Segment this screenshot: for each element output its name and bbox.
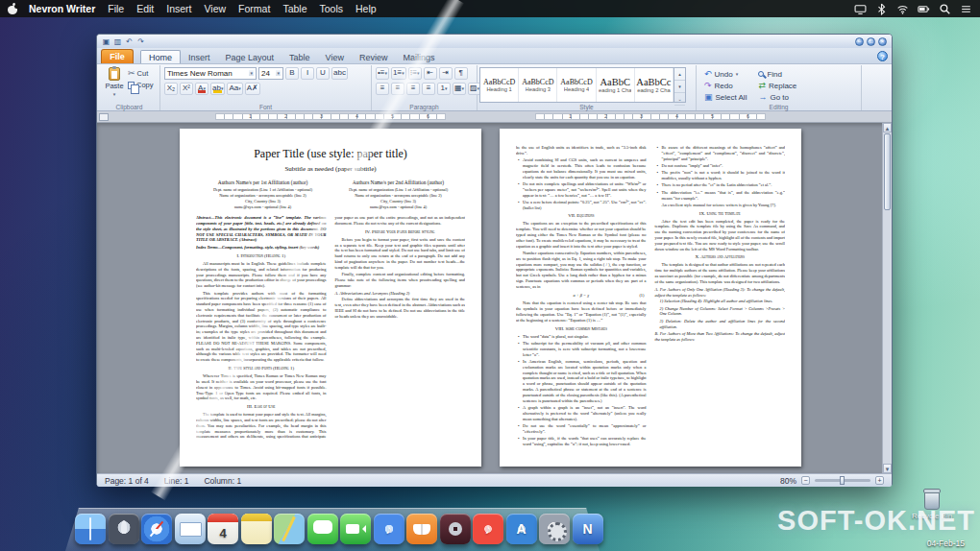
redo-button[interactable]: ↷Redo xyxy=(704,80,747,91)
goto-button[interactable]: →Go to xyxy=(758,91,796,103)
dvd-player-icon[interactable] xyxy=(440,514,471,544)
subsection-heading[interactable]: A. Abbreviations and Acronyms (Heading 2… xyxy=(335,291,466,297)
bullet-item[interactable]: Use a zero before decimal points: “0.25”… xyxy=(516,200,647,211)
font-size-select[interactable]: 24▾ xyxy=(258,67,283,80)
body-paragraph[interactable]: The template is designed so that author … xyxy=(655,262,786,284)
tab-table[interactable]: Table xyxy=(282,51,318,63)
zoom-slider-thumb[interactable] xyxy=(840,476,845,485)
messages-icon[interactable] xyxy=(307,514,338,544)
align-right-button[interactable]: ≡ xyxy=(406,83,420,95)
clear-formatting-button[interactable]: A✗ xyxy=(245,83,260,95)
launchpad-icon[interactable] xyxy=(109,514,139,544)
bullet-item[interactable]: Avoid combining SI and CGS units, such a… xyxy=(516,157,647,180)
equation[interactable]: α + β = χ(1) xyxy=(516,293,647,299)
style-heading-1[interactable]: AaBbCcDHeading 1 xyxy=(480,68,519,102)
body-paragraph[interactable]: Number equations consecutively. Equation… xyxy=(516,251,647,290)
multilevel-list-button[interactable]: ⁝≡▾ xyxy=(408,67,422,80)
music-icon[interactable]: ♪ xyxy=(473,514,503,544)
cut-button[interactable]: ✂ Cut xyxy=(128,68,154,79)
display-icon[interactable] xyxy=(854,3,867,15)
body-paragraph[interactable]: After the text edit has been completed, … xyxy=(655,219,786,252)
battery-icon[interactable] xyxy=(918,3,930,15)
body-paragraph[interactable]: All manuscripts must be in English. Thes… xyxy=(196,261,327,289)
menu-item-help[interactable]: Help xyxy=(355,3,377,14)
bullet-item[interactable]: The subscript for the permeability of va… xyxy=(516,341,647,357)
body-paragraph[interactable]: The equations are an exception to the pr… xyxy=(516,221,647,249)
menu-item-edit[interactable]: Edit xyxy=(136,3,154,14)
numbered-item[interactable]: 2) Change Number of Columns: Select Form… xyxy=(655,306,786,318)
quick-redo-icon[interactable]: ↷ xyxy=(136,37,145,46)
style-heading-4[interactable]: AaBbCcDHeading 4 xyxy=(557,68,596,102)
strikethrough-button[interactable]: abc xyxy=(331,67,348,80)
bullet-item[interactable]: The word “data” is plural, not singular. xyxy=(516,334,647,340)
tab-mailings[interactable]: Mailings xyxy=(395,51,442,63)
body-paragraph[interactable]: This template provides authors with most… xyxy=(196,291,327,364)
body-paragraph[interactable]: Wherever Times is specified, Times Roman… xyxy=(196,373,327,401)
bold-button[interactable]: B xyxy=(285,67,299,80)
bullet-item[interactable]: The prefix “non” is not a word; it shoul… xyxy=(655,170,786,181)
find-button[interactable]: Find xyxy=(758,68,796,80)
underline-button[interactable]: U xyxy=(316,67,330,80)
change-case-button[interactable]: Aa▾ xyxy=(227,83,242,95)
numbered-item[interactable]: 1) Selection (Heading 4): Highlight all … xyxy=(655,299,786,304)
finder-icon[interactable] xyxy=(75,514,106,544)
bullet-item[interactable]: Do not confuse “imply” and “infer”. xyxy=(655,163,786,169)
body-paragraph[interactable]: Define abbreviations and acronyms the fi… xyxy=(335,297,466,319)
zoom-in-button[interactable]: + xyxy=(875,476,884,485)
ibooks-icon[interactable] xyxy=(406,514,437,544)
highlight-button[interactable]: ab▾ xyxy=(210,83,225,95)
facetime-icon[interactable] xyxy=(340,514,371,544)
document-page-2[interactable]: be the use of English units as identifie… xyxy=(500,129,801,467)
wifi-icon[interactable] xyxy=(896,3,909,15)
scroll-down-icon[interactable]: ▼ xyxy=(883,464,892,473)
bullet-item[interactable]: A graph within a graph is an “inset”, no… xyxy=(516,405,647,421)
decrease-indent-button[interactable]: ⇤ xyxy=(424,67,437,80)
nevron-writer-icon[interactable]: N xyxy=(573,514,603,544)
quick-save-icon[interactable]: ▥ xyxy=(113,37,122,46)
calendar-icon[interactable]: 4 xyxy=(208,514,238,544)
scrollbar-thumb[interactable] xyxy=(884,133,891,210)
style-heading-3[interactable]: AaBbCcDHeading 3 xyxy=(519,68,557,102)
bullet-item[interactable]: Do not use the word “essentially” to mea… xyxy=(516,423,647,435)
zoom-out-button[interactable]: − xyxy=(801,476,810,485)
zoom-slider[interactable] xyxy=(815,479,870,482)
bullet-item[interactable]: The abbreviation “i.e.” means “that is”,… xyxy=(655,190,786,202)
style-eading-2-cha[interactable]: AaBbCceading 2 Cha xyxy=(635,68,674,102)
tab-view[interactable]: View xyxy=(318,51,352,63)
menu-item-insert[interactable]: Insert xyxy=(166,3,191,14)
author-block[interactable]: Authors Name/s per 2nd Affiliation (auth… xyxy=(335,180,461,210)
align-left-button[interactable]: ≡ xyxy=(376,83,389,95)
bullet-item[interactable]: In American English, commas, semicolons,… xyxy=(516,359,647,404)
menu-item-table[interactable]: Table xyxy=(282,3,306,14)
document-area[interactable]: Paper Title (use style: paper title) Sub… xyxy=(97,123,892,473)
bullets-button[interactable]: •≡▾ xyxy=(376,67,389,80)
tab-home[interactable]: Home xyxy=(140,50,181,63)
tab-review[interactable]: Review xyxy=(352,51,396,63)
font-family-select[interactable]: Times New Roman▾ xyxy=(164,67,257,80)
scroll-up-icon[interactable]: ▲ xyxy=(883,123,892,132)
bluetooth-icon[interactable] xyxy=(875,3,888,15)
font-color-button[interactable]: A▾ xyxy=(195,83,208,95)
tab-insert[interactable]: Insert xyxy=(181,51,218,63)
vertical-scrollbar[interactable]: ▲ ▼ xyxy=(882,123,892,473)
numbering-button[interactable]: 1≡▾ xyxy=(391,67,406,80)
style-eading-1-cha[interactable]: AaBbCeading 1 Cha xyxy=(597,68,635,102)
body-paragraph[interactable]: be the use of English units as identifie… xyxy=(516,145,647,156)
notification-icon[interactable] xyxy=(960,3,972,15)
quick-undo-icon[interactable]: ↶ xyxy=(125,37,134,46)
menu-item-tools[interactable]: Tools xyxy=(319,3,343,14)
notes-icon[interactable] xyxy=(241,514,272,544)
gallery-up-icon[interactable]: ▴ xyxy=(674,68,685,81)
paper-subtitle[interactable]: Subtitle as needed (paper subtitle) xyxy=(196,165,465,173)
menu-item-view[interactable]: View xyxy=(205,3,227,14)
ruler[interactable]: 123456123456 xyxy=(97,111,892,123)
file-button[interactable]: File xyxy=(101,49,134,63)
show-marks-button[interactable]: ¶ xyxy=(454,67,468,80)
itunes-icon[interactable]: ♪ xyxy=(374,514,404,544)
bullet-item[interactable]: There is no period after the “et” in the… xyxy=(655,182,786,188)
chevron-down-icon[interactable]: ▾ xyxy=(249,70,254,76)
bullet-item[interactable]: Be aware of the different meanings of th… xyxy=(655,145,786,161)
gallery-down-icon[interactable]: ▾ xyxy=(674,81,685,93)
replace-button[interactable]: ⇄Replace xyxy=(758,80,796,91)
menu-item-format[interactable]: Format xyxy=(238,3,270,14)
